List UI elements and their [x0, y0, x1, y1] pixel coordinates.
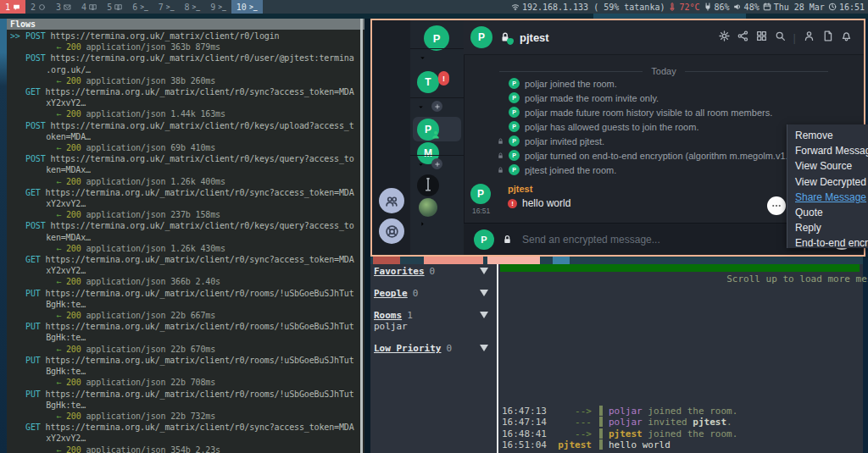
section-rooms[interactable]: Rooms1poljar: [374, 310, 497, 332]
section-favorites[interactable]: Favorites0: [374, 266, 497, 277]
menu-item-forward-message[interactable]: Forward Message: [787, 143, 868, 158]
header-gear-button[interactable]: [719, 30, 730, 45]
clock-status: 16:51: [828, 3, 865, 12]
add-room-button[interactable]: [431, 101, 442, 112]
gear-icon: [719, 30, 730, 41]
response-detail: application/json 22b 708ms: [81, 378, 216, 387]
header-bell-button[interactable]: [841, 30, 852, 45]
add-room-button[interactable]: [431, 158, 442, 169]
wallpaper-blob: [487, 257, 540, 264]
workspace-10[interactable]: 10>_: [231, 0, 263, 14]
flow-row[interactable]: PUT https://termina.org.uk/_matrix/clien…: [10, 389, 359, 423]
workspace-7[interactable]: 7>_: [153, 0, 180, 14]
menu-item-remove[interactable]: Remove: [787, 128, 868, 143]
date-status-value: Thu 28 Mar: [774, 3, 825, 12]
flow-row[interactable]: POST https://termina.org.uk/_matrix/clie…: [10, 153, 359, 187]
workspace-3[interactable]: 3: [51, 0, 76, 14]
log-sender: ---: [553, 417, 592, 428]
workspace-9[interactable]: 9>_: [205, 0, 231, 14]
chevron-down-icon[interactable]: [417, 161, 425, 168]
flow-url-continuation: xY2xvY2…: [10, 198, 359, 209]
message-row: !hello world: [508, 197, 570, 209]
sender-name: pjtest: [508, 184, 570, 194]
header-search-button[interactable]: [775, 30, 786, 45]
flow-row[interactable]: PUT https://termina.org.uk/_matrix/clien…: [10, 321, 359, 355]
menu-item-view-decrypted-s[interactable]: View Decrypted S: [787, 174, 868, 190]
notification-badge: !: [438, 71, 449, 86]
header-person-button[interactable]: [804, 30, 815, 45]
flow-row[interactable]: GET https://termina.org.uk/_matrix/clien…: [10, 187, 359, 221]
workspace-8[interactable]: 8>_: [180, 0, 206, 14]
room-avatar-t[interactable]: T: [417, 71, 439, 93]
flow-request-line: PUT https://termina.org.uk/_matrix/clien…: [10, 321, 359, 332]
chevron-down-icon[interactable]: [419, 54, 426, 62]
divider: [410, 97, 464, 98]
menu-item-end-to-end-encry[interactable]: End-to-end encry: [787, 235, 868, 251]
system-event: Ppoljar made future room history visible…: [464, 105, 864, 119]
event-lock-icon: [497, 152, 509, 160]
collapse-triangle-icon: [480, 268, 488, 274]
flow-row[interactable]: GET https://termina.org.uk/_matrix/clien…: [10, 422, 359, 453]
flow-row[interactable]: POST https://termina.org.uk/_matrix/clie…: [10, 220, 359, 254]
menu-item-reply[interactable]: Reply: [787, 220, 868, 235]
message-input[interactable]: [520, 233, 824, 246]
response-status: 200: [66, 109, 81, 119]
flow-request-line: GET https://termina.org.uk/_matrix/clien…: [10, 422, 359, 433]
room-avatar[interactable]: P: [470, 26, 492, 48]
workspace-4[interactable]: 4: [76, 0, 102, 14]
message-options-button[interactable]: [767, 196, 786, 215]
gomuks-window: Favorites0People0Rooms1poljarLow Priorit…: [370, 264, 863, 453]
header-share-button[interactable]: [737, 30, 748, 45]
menu-item-share-message[interactable]: Share Message: [787, 190, 868, 205]
workspace-2[interactable]: 2: [25, 0, 51, 14]
workspace-5[interactable]: 5: [102, 0, 127, 14]
response-detail: application/json 366b 2.40s: [81, 277, 220, 286]
log-text: invited: [643, 417, 693, 428]
chevron-down-icon[interactable]: [417, 103, 425, 111]
search-icon: [775, 30, 786, 41]
flow-row[interactable]: GET https://termina.org.uk/_matrix/clien…: [10, 86, 359, 120]
response-status: 200: [66, 143, 81, 152]
workspace-number: 10: [236, 3, 247, 12]
log-separator: [599, 439, 603, 450]
flow-response-line: ← 200 application/json 38b 260ms: [10, 75, 359, 86]
flow-row[interactable]: >>POST https://termina.org.uk/_matrix/cl…: [10, 30, 359, 52]
settings-button[interactable]: [379, 218, 404, 244]
section-people[interactable]: People0: [374, 288, 497, 299]
room-item-poljar[interactable]: poljar: [374, 321, 497, 332]
chevron-right-icon[interactable]: [419, 220, 426, 228]
self-avatar: P: [474, 229, 494, 250]
flow-response-line: ← 200 application/json 1.26k 430ms: [10, 243, 359, 254]
scrollbar[interactable]: [360, 19, 363, 453]
flow-row[interactable]: POST https://termina.org.uk/_matrix/clie…: [10, 52, 359, 86]
flow-method: POST: [25, 154, 45, 163]
flow-row[interactable]: GET https://termina.org.uk/_matrix/clien…: [10, 254, 359, 288]
volume-status-value: 48%: [744, 3, 760, 12]
menu-item-view-source[interactable]: View Source: [787, 158, 868, 174]
room-avatar-statue[interactable]: [417, 174, 439, 196]
account-avatar[interactable]: P: [424, 25, 449, 51]
room-avatar-globe[interactable]: [419, 198, 437, 217]
flow-row[interactable]: POST https://termina.org.uk/_matrix/clie…: [10, 120, 359, 154]
sender-avatar[interactable]: P: [470, 184, 491, 204]
flow-row[interactable]: PUT https://termina.org.uk/_matrix/clien…: [10, 288, 359, 322]
people-icon: [385, 194, 399, 208]
date-status: Thu 28 Mar: [763, 3, 825, 12]
collapse-triangle-icon: [480, 290, 488, 296]
workspace-6[interactable]: 6>_: [127, 0, 153, 14]
header-file-button[interactable]: [822, 30, 833, 45]
temperature-status: 72°C: [668, 3, 699, 12]
header-grid-button[interactable]: [756, 30, 767, 45]
workspace-number: 4: [81, 3, 86, 12]
network-status-value: 192.168.1.133 ( 59% tatanka): [522, 3, 665, 12]
menu-item-quote[interactable]: Quote: [787, 205, 868, 220]
workspace-1[interactable]: 1: [0, 0, 25, 14]
workspace-number: 2: [31, 3, 36, 12]
flow-method: POST: [25, 221, 45, 230]
event-avatar: P: [509, 150, 520, 161]
flow-url-continuation: BgHk:te…: [10, 366, 359, 377]
rooms-filter-button[interactable]: [379, 188, 404, 213]
flow-method: POST: [25, 121, 45, 130]
section-low-priority[interactable]: Low Priority0: [374, 343, 497, 354]
flow-row[interactable]: PUT https://termina.org.uk/_matrix/clien…: [10, 355, 359, 389]
